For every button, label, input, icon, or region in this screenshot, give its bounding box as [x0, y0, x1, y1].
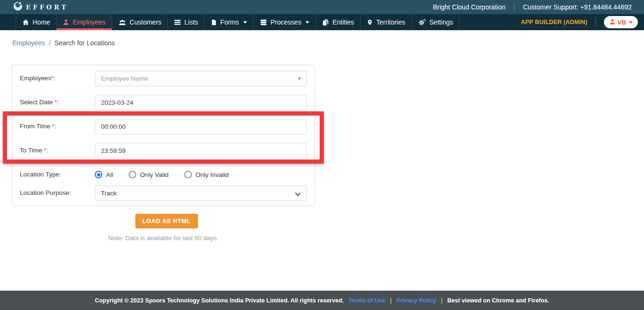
from-time-label: From Time *: — [20, 119, 95, 130]
home-icon — [22, 19, 29, 26]
select-date-input[interactable] — [95, 95, 307, 110]
group-icon — [118, 19, 126, 26]
location-purpose-value: Track — [101, 190, 116, 197]
employee-name-select[interactable]: Employee Name ▼ — [95, 71, 307, 86]
user-avatar-icon — [609, 18, 616, 26]
location-purpose-row: Location Purpose: Track — [20, 185, 307, 201]
main-navbar: Home Employees Customers Lists Forms — [0, 14, 644, 30]
list-icon — [174, 19, 181, 26]
nav-item-forms[interactable]: Forms — [205, 14, 254, 30]
radio-only-invalid[interactable]: Only Invalid — [184, 171, 229, 178]
to-time-label: To Time *: — [20, 143, 95, 154]
nav-item-processes[interactable]: Processes — [254, 14, 316, 30]
employee-name-placeholder: Employee Name — [101, 75, 148, 82]
chevron-down-icon — [243, 21, 247, 24]
company-name: Bright Cloud Corporation — [433, 3, 505, 11]
nav-item-entities[interactable]: Entities — [316, 14, 361, 30]
server-icon — [260, 19, 267, 26]
breadcrumb: Employees/Search for Locations — [12, 39, 115, 47]
breadcrumb-employees-link[interactable]: Employees — [12, 39, 45, 47]
chevron-down-icon — [295, 191, 301, 196]
from-time-row: From Time *: — [20, 119, 307, 134]
from-time-input[interactable] — [95, 119, 307, 134]
user-initials: VB — [618, 19, 626, 26]
gears-icon — [418, 18, 426, 26]
select-date-label: Select Date *: — [20, 95, 95, 106]
search-locations-form-panel: Employees*: Employee Name ▼ Select Date … — [12, 65, 315, 206]
privacy-policy-link[interactable]: Privacy Policy — [396, 297, 437, 304]
radio-unselected-icon — [184, 171, 192, 178]
effort-logo-text: EFFORT — [26, 4, 68, 11]
chevron-down-icon — [305, 21, 309, 24]
file-icon — [211, 19, 217, 26]
nav-item-employees[interactable]: Employees — [57, 14, 112, 30]
location-purpose-select[interactable]: Track — [95, 185, 307, 201]
nav-item-lists[interactable]: Lists — [168, 14, 205, 30]
nav-item-territories[interactable]: Territories — [361, 14, 412, 30]
to-time-input[interactable] — [95, 143, 307, 159]
location-type-row: Location Type: All Only Valid Only Inval… — [20, 167, 307, 178]
map-marker-icon — [367, 19, 373, 26]
terms-of-use-link[interactable]: Terms of Use — [348, 297, 385, 304]
radio-selected-icon — [95, 171, 102, 178]
select-date-row: Select Date *: — [20, 95, 307, 110]
person-icon — [63, 19, 69, 25]
employees-row: Employees*: Employee Name ▼ — [20, 71, 307, 86]
to-time-row: To Time *: — [20, 143, 307, 159]
pages-icon — [322, 19, 329, 26]
location-purpose-label: Location Purpose: — [20, 185, 95, 196]
breadcrumb-separator: / — [49, 39, 50, 47]
nav-divider — [595, 17, 596, 27]
employees-label: Employees*: — [20, 71, 95, 82]
radio-all[interactable]: All — [95, 171, 113, 178]
nav-item-customers[interactable]: Customers — [112, 14, 168, 30]
effort-logo-icon — [13, 1, 23, 13]
chevron-down-icon — [629, 21, 633, 24]
best-viewed-text: Best viewed on Chrome and Firefox. — [447, 297, 549, 304]
radio-unselected-icon — [129, 171, 136, 178]
app-builder-admin-link[interactable]: APP BUILDER (ADMIN) — [521, 19, 587, 25]
user-menu-button[interactable]: VB — [604, 16, 638, 28]
effort-logo[interactable]: EFFORT — [13, 1, 68, 13]
page-footer: Copyright © 2023 Spoors Technology Solut… — [0, 291, 644, 310]
top-bar: EFFORT Bright Cloud Corporation Customer… — [0, 0, 644, 14]
nav-item-home[interactable]: Home — [16, 14, 57, 30]
copyright-text: Copyright © 2023 Spoors Technology Solut… — [95, 297, 344, 304]
radio-only-valid[interactable]: Only Valid — [129, 171, 169, 178]
chevron-down-icon: ▼ — [297, 76, 302, 81]
location-type-label: Location Type: — [20, 170, 95, 178]
data-availability-note: Note: Data is available for last 90 days… — [12, 235, 315, 242]
nav-item-settings[interactable]: Settings — [412, 14, 460, 30]
load-as-html-button[interactable]: LOAD AS HTML — [135, 214, 198, 228]
customer-support-text: Customer Support: +91.84484.44692 — [523, 3, 632, 11]
breadcrumb-current: Search for Locations — [54, 39, 115, 47]
topbar-divider — [514, 3, 514, 11]
